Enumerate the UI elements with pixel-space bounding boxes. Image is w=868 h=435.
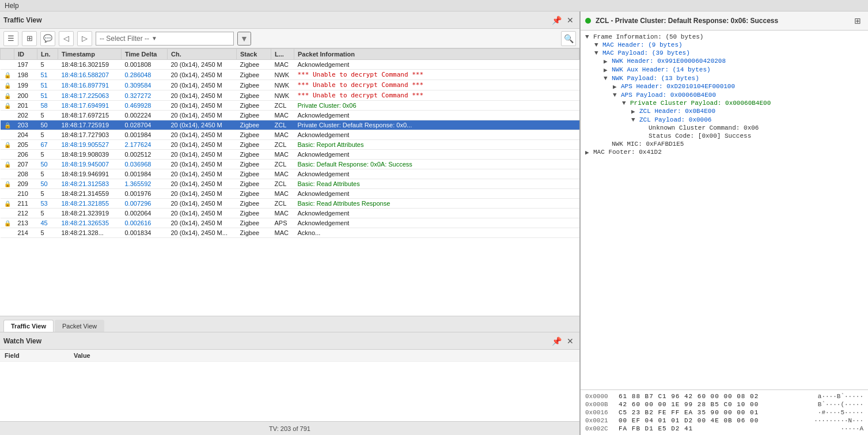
toolbar-comment-icon[interactable]: 💬 (40, 31, 55, 46)
table-row[interactable]: 🔒 198 51 18:48:16.588207 0.286048 20 (0x… (1, 70, 579, 80)
toolbar-list-icon[interactable]: ☰ (3, 31, 18, 46)
table-row[interactable]: 197 5 18:48:16.302159 0.001808 20 (0x14)… (1, 60, 579, 70)
table-row[interactable]: 206 5 18:48:19.908039 0.002512 20 (0x14)… (1, 150, 579, 160)
row-info: Basic: Read Attributes (294, 179, 579, 189)
tree-node[interactable]: NWK Aux Header: (14 bytes) (581, 66, 868, 74)
tree-node[interactable]: MAC Payload: (39 bytes) (581, 49, 868, 57)
tree-node[interactable]: Unknown Cluster Command: 0x06 (581, 124, 868, 132)
row-id: 210 (14, 189, 37, 199)
toolbar-forward-icon[interactable]: ▷ (77, 31, 92, 46)
row-icon-cell: 🔒 (1, 199, 14, 209)
tree-toggle-icon[interactable] (631, 116, 639, 123)
lock-arrow-icon: 🔒 (4, 122, 11, 128)
table-row[interactable]: 🔒 211 53 18:48:21.321855 0.007296 20 (0x… (1, 199, 579, 209)
table-row[interactable]: 204 5 18:48:17.727903 0.001984 20 (0x14)… (1, 130, 579, 140)
table-row[interactable]: 208 5 18:48:19.946991 0.001984 20 (0x14)… (1, 169, 579, 179)
filter-select[interactable]: -- Select Filter -- ▼ (96, 32, 234, 46)
watch-close-button[interactable]: ✕ (564, 335, 576, 347)
help-label[interactable]: Help (5, 2, 19, 10)
tree-label: Private Cluster Payload: 0x00060B4E00 (630, 100, 771, 107)
tree-node[interactable]: NWK MIC: 0xFAFBD1E5 (581, 140, 868, 148)
tree-node[interactable]: Status Code: [0x00] Success (581, 132, 868, 140)
tree-label: MAC Header: (9 bytes) (602, 41, 683, 48)
row-info: Private Cluster: 0x06 (294, 101, 579, 111)
row-time-delta: 0.002512 (122, 150, 168, 160)
row-channel: 20 (0x14), 2450 M (168, 150, 237, 160)
row-timestamp: 18:48:17.225063 (58, 90, 122, 101)
col-td-header: Time Delta (122, 49, 168, 60)
tree-view[interactable]: Frame Information: (50 bytes)MAC Header:… (581, 31, 868, 389)
tree-toggle-icon[interactable] (613, 83, 621, 90)
row-icon-cell: 🔒 (1, 218, 14, 228)
tree-node[interactable]: NWK Header: 0x991E000060420208 (581, 57, 868, 66)
table-row[interactable]: 210 5 18:48:21.314559 0.001976 20 (0x14)… (1, 189, 579, 199)
table-row[interactable]: 🔒 205 67 18:48:19.905527 2.177624 20 (0x… (1, 140, 579, 150)
watch-pin-button[interactable]: 📌 (551, 335, 562, 347)
row-stack: Zigbee (237, 209, 271, 218)
table-row[interactable]: 🔒 209 50 18:48:21.312583 1.365592 20 (0x… (1, 179, 579, 189)
tree-node[interactable]: ZCL Payload: 0x0006 (581, 116, 868, 124)
tree-toggle-icon[interactable] (622, 100, 630, 107)
hex-ascii: ·····A (840, 425, 863, 432)
row-stack: Zigbee (237, 101, 271, 111)
table-row[interactable]: 🔒 201 58 18:48:17.694991 0.469928 20 (0x… (1, 101, 579, 111)
row-id: 197 (14, 60, 37, 70)
tree-toggle-icon[interactable] (594, 41, 602, 48)
row-stack: Zigbee (237, 189, 271, 199)
tree-node[interactable]: MAC Header: (9 bytes) (581, 41, 868, 49)
tree-node[interactable]: ZCL Header: 0x0B4E00 (581, 107, 868, 116)
tree-node[interactable]: MAC Footer: 0x41D2 (581, 148, 868, 157)
table-row[interactable]: 🔒 213 45 18:48:21.326535 0.002616 20 (0x… (1, 218, 579, 228)
tree-toggle-icon[interactable] (604, 66, 612, 74)
tab-packet-view[interactable]: Packet View (55, 320, 104, 332)
row-stack: Zigbee (237, 111, 271, 120)
table-row[interactable]: 214 5 18:48:21.328... 0.001834 20 (0x14)… (1, 228, 579, 238)
row-id: 214 (14, 228, 37, 238)
tree-toggle-icon[interactable] (604, 58, 612, 65)
tree-node[interactable]: Private Cluster Payload: 0x00060B4E00 (581, 99, 868, 107)
traffic-table-scroll[interactable]: ID Ln. Timestamp Time Delta Ch. Stack L.… (0, 48, 579, 316)
table-row[interactable]: 🔒 199 51 18:48:16.897791 0.309584 20 (0x… (1, 80, 579, 90)
table-row[interactable]: 🔒 203 50 18:48:17.725919 0.028704 20 (0x… (1, 120, 579, 130)
tree-toggle-icon[interactable] (604, 75, 612, 82)
lock-arrow-icon: 🔒 (4, 220, 11, 226)
row-stack: Zigbee (237, 80, 271, 90)
toolbar-table-icon[interactable]: ⊞ (22, 31, 37, 46)
tree-node[interactable]: Frame Information: (50 bytes) (581, 33, 868, 41)
tree-toggle-icon[interactable] (613, 92, 621, 99)
tree-toggle-icon[interactable] (585, 33, 593, 40)
tree-toggle-icon[interactable] (594, 50, 602, 56)
hex-bytes: FA FB D1 E5 D2 41 (619, 425, 836, 432)
tree-label: ZCL Header: 0x0B4E00 (639, 108, 715, 115)
tree-label: NWK Aux Header: (14 bytes) (612, 66, 711, 73)
row-timestamp: 18:48:21.314559 (58, 189, 122, 199)
hex-row: 0x0016 C5 23 B2 FE FF EA 35 90 00 00 01 … (585, 408, 863, 417)
table-row[interactable]: 212 5 18:48:21.323919 0.002064 20 (0x14)… (1, 209, 579, 218)
row-layer: ZCL (271, 120, 294, 130)
hex-bytes: 61 88 B7 C1 96 42 60 00 00 08 02 (619, 393, 813, 400)
row-layer: APS (271, 218, 294, 228)
tree-node[interactable]: NWK Payload: (13 bytes) (581, 74, 868, 82)
lock-icon: 🔒 (4, 82, 11, 89)
tree-toggle-icon[interactable] (631, 108, 639, 115)
row-time-delta: 1.365592 (122, 179, 168, 189)
tab-traffic-view[interactable]: Traffic View (3, 320, 54, 332)
col-stack-header: Stack (237, 49, 271, 60)
packet-expand-button[interactable]: ⊞ (852, 15, 863, 27)
row-time-delta: 0.286048 (122, 70, 168, 80)
row-info: Private Cluster: Default Response: 0x0..… (294, 120, 579, 130)
lock-icon: 🔒 (4, 93, 11, 99)
filter-icon-button[interactable]: ▼ (237, 32, 251, 46)
row-channel: 20 (0x14), 2450 M (168, 218, 237, 228)
tree-toggle-icon[interactable] (585, 149, 593, 156)
close-traffic-button[interactable]: ✕ (564, 14, 576, 26)
table-row[interactable]: 🔒 207 50 18:48:19.945007 0.036968 20 (0x… (1, 160, 579, 169)
toolbar-back-icon[interactable]: ◁ (59, 31, 74, 46)
row-time-delta: 0.001984 (122, 169, 168, 179)
table-row[interactable]: 🔒 200 51 18:48:17.225063 0.327272 20 (0x… (1, 90, 579, 101)
tree-node[interactable]: APS Header: 0xD2010104EF000100 (581, 82, 868, 91)
pin-button[interactable]: 📌 (551, 14, 562, 26)
table-row[interactable]: 202 5 18:48:17.697215 0.002224 20 (0x14)… (1, 111, 579, 120)
tree-node[interactable]: APS Payload: 0x00060B4E00 (581, 91, 868, 99)
search-button[interactable]: 🔍 (561, 31, 576, 46)
